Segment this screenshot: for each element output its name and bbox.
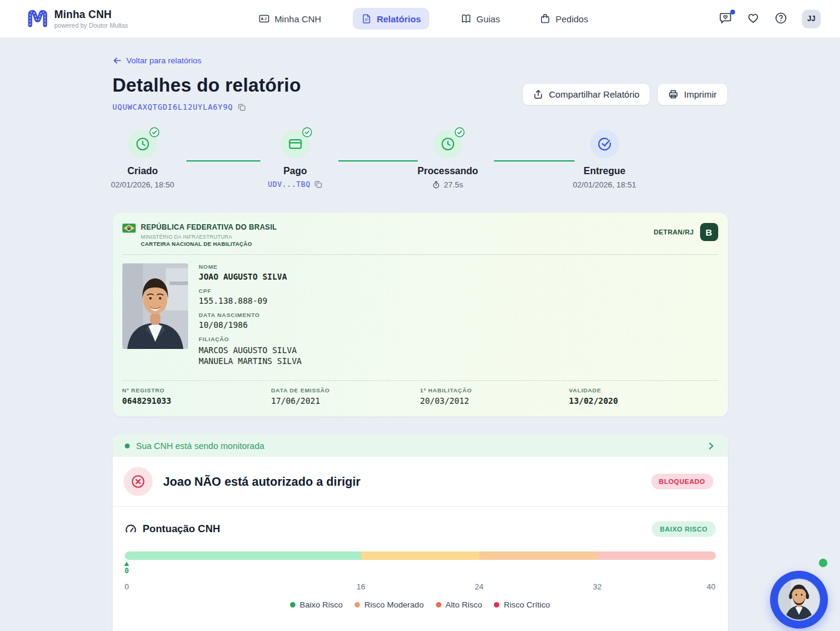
support-agent-avatar xyxy=(778,579,820,621)
report-result-card: Sua CNH está sendo monitorada JoaoNÃO es… xyxy=(113,435,728,631)
step-label: Processando xyxy=(417,166,478,177)
copy-report-id-button[interactable] xyxy=(238,103,246,111)
registry-number: 0648291033 xyxy=(122,396,271,406)
support-video-widget[interactable] xyxy=(770,559,828,629)
score-title: Pontuação CNH xyxy=(143,523,220,535)
cnh-category-badge: B xyxy=(700,223,718,241)
driving-status-message: JoaoNÃO está autorizado a dirigir xyxy=(163,475,640,489)
nav-label: Guias xyxy=(476,14,500,24)
brand-tagline: powered by Doutor Multas xyxy=(54,22,128,29)
monitoring-banner[interactable]: Sua CNH está sendo monitorada xyxy=(113,435,728,457)
clock-icon xyxy=(134,136,150,152)
check-badge-icon xyxy=(302,127,312,137)
driver-cpf: 155.138.888-09 xyxy=(199,296,302,306)
step-pago: Pago UDV...TBQ xyxy=(268,130,322,189)
copy-icon xyxy=(238,103,246,111)
book-icon xyxy=(461,13,472,24)
processing-duration: 27.5s xyxy=(444,180,463,189)
score-marker-value: 0 xyxy=(125,567,129,575)
help-button[interactable] xyxy=(774,11,789,26)
expiry-date: 13/02/2020 xyxy=(569,396,718,406)
step-connector xyxy=(186,160,261,162)
order-progress-steps: Criado 02/01/2026, 18:50 Pago UDV...TBQ xyxy=(113,130,728,197)
printer-icon xyxy=(668,89,678,99)
risk-bar-segment xyxy=(479,551,598,560)
cnh-document-title: CARTEIRA NACIONAL DE HABILITAÇÃO xyxy=(141,241,277,247)
check-badge-icon xyxy=(454,127,464,137)
risk-bar xyxy=(125,551,716,560)
copy-payment-id-button[interactable] xyxy=(314,180,323,189)
scale-tick: 32 xyxy=(593,582,601,591)
support-video-button[interactable] xyxy=(770,571,828,629)
monitoring-text: Sua CNH está sendo monitorada xyxy=(136,441,699,451)
risk-bar-segment xyxy=(598,551,716,560)
share-report-button[interactable]: Compartilhar Relatório xyxy=(522,83,650,105)
clock-icon xyxy=(440,136,455,152)
legend-label: Alto Risco xyxy=(446,600,482,609)
monitoring-status-dot xyxy=(125,444,130,448)
nav-label: Relatórios xyxy=(377,14,421,24)
x-circle-icon xyxy=(124,467,153,496)
top-navbar: Minha CNH powered by Doutor Multas Minha… xyxy=(0,0,840,38)
user-avatar[interactable]: JJ xyxy=(802,10,821,28)
scale-tick: 16 xyxy=(356,582,365,591)
report-detail-page: Voltar para relatórios Detalhes do relat… xyxy=(113,38,728,631)
heart-icon xyxy=(747,11,760,25)
risk-scale: 016243240 xyxy=(125,582,716,592)
field-label: DATA NASCIMENTO xyxy=(199,312,302,318)
field-label: Nº REGISTRO xyxy=(122,387,271,394)
step-detail: 02/01/2026, 18:50 xyxy=(111,180,174,189)
page-title: Detalhes do relatório xyxy=(113,75,302,96)
step-processando: Processando 27.5s xyxy=(417,130,478,189)
nav-item-pedidos[interactable]: Pedidos xyxy=(531,8,596,30)
document-icon xyxy=(361,13,372,24)
step-criado: Criado 02/01/2026, 18:50 xyxy=(111,130,174,189)
status-badge: BLOQUEADO xyxy=(651,474,713,489)
nav-item-guias[interactable]: Guias xyxy=(452,8,508,30)
back-link-label: Voltar para relatórios xyxy=(127,56,202,65)
risk-bar-segment xyxy=(125,551,361,560)
legend-dot-icon xyxy=(436,602,441,607)
field-label: FILIAÇÃO xyxy=(199,336,302,342)
favorites-button[interactable] xyxy=(747,11,761,26)
nav-item-minha-cnh[interactable]: Minha CNH xyxy=(250,8,330,30)
minha-cnh-logo-icon xyxy=(27,8,48,30)
driver-photo xyxy=(122,263,188,349)
cnh-document-card: REPÚBLICA FEDERATIVA DO BRASIL MINISTÉRI… xyxy=(113,213,728,416)
field-label: DATA DE EMISSÃO xyxy=(271,387,420,394)
first-license-date: 20/03/2012 xyxy=(420,396,569,406)
field-label: 1ª HABILITAÇÃO xyxy=(420,387,569,394)
step-detail: 02/01/2026, 18:51 xyxy=(573,180,636,189)
nav-item-relatorios[interactable]: Relatórios xyxy=(353,8,429,30)
brand[interactable]: Minha CNH powered by Doutor Multas xyxy=(27,8,128,30)
back-link[interactable]: Voltar para relatórios xyxy=(113,56,202,65)
report-id: UQUWCAXQTGDI6L12UYLA6Y9Q xyxy=(113,102,233,111)
check-badge-icon xyxy=(149,127,159,137)
share-button-label: Compartilhar Relatório xyxy=(549,89,639,99)
print-button[interactable]: Imprimir xyxy=(657,83,727,105)
legend-item: Risco Crítico xyxy=(494,600,550,609)
driving-status-alert: JoaoNÃO está autorizado a dirigir BLOQUE… xyxy=(113,457,728,506)
chat-heart-icon xyxy=(719,11,732,25)
step-label: Pago xyxy=(283,166,307,177)
payment-id: UDV...TBQ xyxy=(268,180,310,189)
chevron-right-icon[interactable] xyxy=(706,441,716,451)
risk-bar-segment xyxy=(361,551,479,560)
shopping-bag-icon xyxy=(540,13,551,24)
scale-tick: 40 xyxy=(707,582,715,591)
id-card-icon xyxy=(259,13,270,24)
feedback-button[interactable] xyxy=(719,11,733,26)
score-marker: 0 xyxy=(125,562,129,575)
filiation-mother: MANUELA MARTINS SILVA xyxy=(199,356,302,366)
scale-tick: 24 xyxy=(475,582,483,591)
notification-dot xyxy=(730,10,735,14)
main-nav: Minha CNH Relatórios Guias Pedidos xyxy=(250,8,596,30)
gauge-icon xyxy=(125,523,137,535)
issue-date: 17/06/2021 xyxy=(271,396,420,406)
step-label: Entregue xyxy=(584,166,625,177)
nav-label: Pedidos xyxy=(555,14,588,24)
cnh-score-section: Pontuação CNH BAIXO RISCO 0 016243240 Ba… xyxy=(113,506,728,621)
legend-dot-icon xyxy=(494,602,499,607)
legend-item: Risco Moderado xyxy=(355,600,423,609)
driver-first-name: Joao xyxy=(163,475,192,488)
